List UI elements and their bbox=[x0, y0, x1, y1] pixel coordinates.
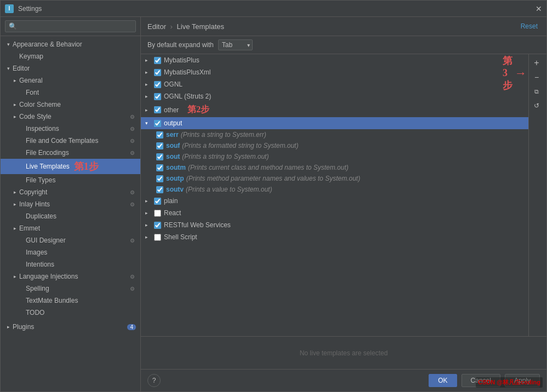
group-checkbox-mybatisplus[interactable] bbox=[154, 57, 161, 64]
sidebar-item-file-types[interactable]: File Types bbox=[1, 174, 140, 186]
sidebar-item-editor[interactable]: Editor bbox=[1, 62, 140, 74]
item-checkbox-soutv[interactable] bbox=[156, 186, 163, 193]
group-checkbox-ognl[interactable] bbox=[154, 81, 161, 88]
sidebar-item-plugins[interactable]: Plugins 4 bbox=[1, 321, 140, 333]
group-header-shell-script[interactable]: ▸ Shell Script bbox=[141, 231, 528, 243]
sidebar-item-label: Font bbox=[26, 89, 39, 96]
sidebar-item-file-and-code-templates[interactable]: File and Code Templates ⚙ bbox=[1, 135, 140, 147]
group-header-ognl-struts2[interactable]: ▸ OGNL (Struts 2) bbox=[141, 90, 528, 102]
copy-button[interactable]: ⧉ bbox=[530, 85, 543, 98]
group-checkbox-ognl-struts2[interactable] bbox=[154, 93, 161, 100]
group-checkbox-react[interactable] bbox=[154, 210, 161, 217]
sidebar-item-images[interactable]: Images bbox=[1, 246, 140, 258]
add-button[interactable]: + bbox=[530, 56, 543, 70]
sidebar-item-inlay-hints[interactable]: Inlay Hints ⚙ bbox=[1, 198, 140, 210]
sidebar-item-duplicates[interactable]: Duplicates bbox=[1, 210, 140, 222]
sidebar-item-label: Inspections bbox=[26, 125, 59, 132]
expand-select-wrapper: Tab Enter Space bbox=[218, 39, 253, 50]
template-item-sout[interactable]: sout (Prints a string to System.out) bbox=[141, 151, 528, 162]
expand-arrow bbox=[12, 101, 18, 108]
template-item-souf[interactable]: souf (Prints a formatted string to Syste… bbox=[141, 140, 528, 151]
group-name: other bbox=[164, 106, 179, 114]
sidebar-tree: Appearance & Behavior Keymap Editor Gene… bbox=[1, 36, 140, 391]
group-arrow: ▸ bbox=[145, 210, 152, 216]
close-button[interactable]: ✕ bbox=[535, 4, 542, 13]
sidebar-item-label: General bbox=[19, 77, 43, 84]
template-desc-soutv: (Prints a value to System.out) bbox=[186, 186, 272, 193]
group-name: plain bbox=[164, 197, 178, 205]
sidebar-item-live-templates[interactable]: Live Templates 第1步 bbox=[1, 159, 140, 174]
template-key-serr: serr bbox=[166, 131, 179, 139]
sidebar-item-code-style[interactable]: Code Style ⚙ bbox=[1, 111, 140, 123]
template-item-soutv[interactable]: soutv (Prints a value to System.out) bbox=[141, 184, 528, 195]
sidebar-item-spelling[interactable]: Spelling ⚙ bbox=[1, 283, 140, 295]
expand-arrow bbox=[12, 201, 18, 207]
sidebar-item-general[interactable]: General bbox=[1, 74, 140, 87]
sidebar-item-label: Code Style bbox=[19, 113, 52, 120]
sidebar-item-intentions[interactable]: Intentions bbox=[1, 258, 140, 270]
expand-arrow bbox=[12, 225, 18, 232]
sidebar-item-copyright[interactable]: Copyright ⚙ bbox=[1, 186, 140, 198]
main-header: Editor › Live Templates Reset bbox=[141, 17, 546, 36]
expand-arrow bbox=[18, 163, 25, 170]
group-checkbox-other[interactable] bbox=[154, 106, 161, 113]
group-header-plain[interactable]: ▸ plain bbox=[141, 195, 528, 207]
item-checkbox-souf[interactable] bbox=[156, 142, 163, 149]
item-checkbox-serr[interactable] bbox=[156, 131, 163, 139]
sidebar-item-textmate-bundles[interactable]: TextMate Bundles bbox=[1, 295, 140, 307]
template-list: ▸ MybatisPlus ▸ MybatisPlusXml bbox=[141, 54, 529, 336]
group-checkbox-restful[interactable] bbox=[154, 222, 161, 229]
group-name: MybatisPlus bbox=[164, 56, 200, 64]
group-checkbox-mybatisplusxml[interactable] bbox=[154, 69, 161, 76]
settings-icon: ⚙ bbox=[128, 200, 136, 208]
sidebar-item-file-encodings[interactable]: File Encodings ⚙ bbox=[1, 147, 140, 159]
template-item-serr[interactable]: serr (Prints a string to System.err) bbox=[141, 129, 528, 140]
reset-button[interactable]: Reset bbox=[518, 21, 540, 31]
sidebar-item-label: Plugins bbox=[13, 323, 34, 331]
item-checkbox-soutp[interactable] bbox=[156, 175, 163, 182]
group-checkbox-plain[interactable] bbox=[154, 198, 161, 205]
no-selection-pane: No live templates are selected bbox=[141, 336, 546, 369]
group-checkbox-shell-script[interactable] bbox=[154, 234, 161, 241]
group-name: Shell Script bbox=[164, 233, 197, 241]
sidebar-item-font[interactable]: Font bbox=[1, 87, 140, 99]
sidebar-item-gui-designer[interactable]: GUI Designer ⚙ bbox=[1, 234, 140, 246]
template-group-output: ▾ output serr (Prints a string to System… bbox=[141, 117, 528, 195]
sidebar-item-language-injections[interactable]: Language Injections ⚙ bbox=[1, 270, 140, 283]
group-header-output[interactable]: ▾ output bbox=[141, 117, 528, 129]
search-input[interactable] bbox=[5, 20, 136, 32]
group-header-restful[interactable]: ▸ RESTful Web Services bbox=[141, 219, 528, 231]
item-checkbox-sout[interactable] bbox=[156, 153, 163, 160]
sidebar-item-keymap[interactable]: Keymap bbox=[1, 50, 140, 62]
action-buttons: + − ⧉ ↺ 第3步 → bbox=[529, 54, 546, 336]
expand-arrow bbox=[18, 213, 25, 220]
settings-icon: ⚙ bbox=[128, 137, 136, 145]
group-header-mybatisplus[interactable]: ▸ MybatisPlus bbox=[141, 54, 528, 66]
sidebar-item-color-scheme[interactable]: Color Scheme bbox=[1, 99, 140, 111]
sidebar-item-label: File Types bbox=[26, 176, 55, 184]
template-item-soutm[interactable]: soutm (Prints current class and method n… bbox=[141, 162, 528, 173]
help-button[interactable]: ? bbox=[147, 374, 161, 387]
sidebar-item-label: Intentions bbox=[26, 261, 54, 268]
expand-select[interactable]: Tab Enter Space bbox=[218, 39, 253, 50]
group-header-mybatisplusxml[interactable]: ▸ MybatisPlusXml bbox=[141, 66, 528, 78]
expand-arrow bbox=[12, 273, 18, 280]
sidebar-item-label: Appearance & Behavior bbox=[13, 41, 82, 48]
remove-button[interactable]: − bbox=[530, 71, 543, 84]
group-header-other[interactable]: ▸ other 第2步 bbox=[141, 102, 528, 117]
ok-button[interactable]: OK bbox=[429, 374, 457, 387]
sidebar-item-appearance[interactable]: Appearance & Behavior bbox=[1, 38, 140, 50]
group-header-ognl[interactable]: ▸ OGNL bbox=[141, 78, 528, 90]
group-name: MybatisPlusXml bbox=[164, 68, 210, 76]
sidebar-item-inspections[interactable]: Inspections ⚙ bbox=[1, 123, 140, 135]
item-checkbox-soutm[interactable] bbox=[156, 164, 163, 171]
group-header-react[interactable]: ▸ React bbox=[141, 207, 528, 219]
sidebar-item-emmet[interactable]: Emmet bbox=[1, 222, 140, 234]
expand-arrow bbox=[12, 113, 18, 120]
group-checkbox-output[interactable] bbox=[154, 120, 161, 127]
breadcrumb-separator: › bbox=[170, 22, 173, 31]
template-item-soutp[interactable]: soutp (Prints method parameter names and… bbox=[141, 173, 528, 184]
restore-button[interactable]: ↺ bbox=[530, 99, 543, 112]
settings-icon: ⚙ bbox=[128, 273, 136, 280]
sidebar-item-todo[interactable]: TODO bbox=[1, 307, 140, 319]
